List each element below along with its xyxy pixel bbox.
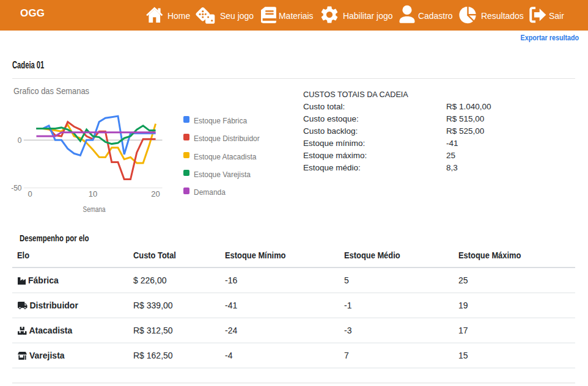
svg-text:0: 0 [28,189,32,198]
svg-text:10: 10 [89,189,97,198]
svg-text:0: 0 [18,136,22,145]
svg-text:20: 20 [151,189,160,198]
svg-text:-50: -50 [11,184,22,192]
svg-text:Semana: Semana [83,205,106,214]
